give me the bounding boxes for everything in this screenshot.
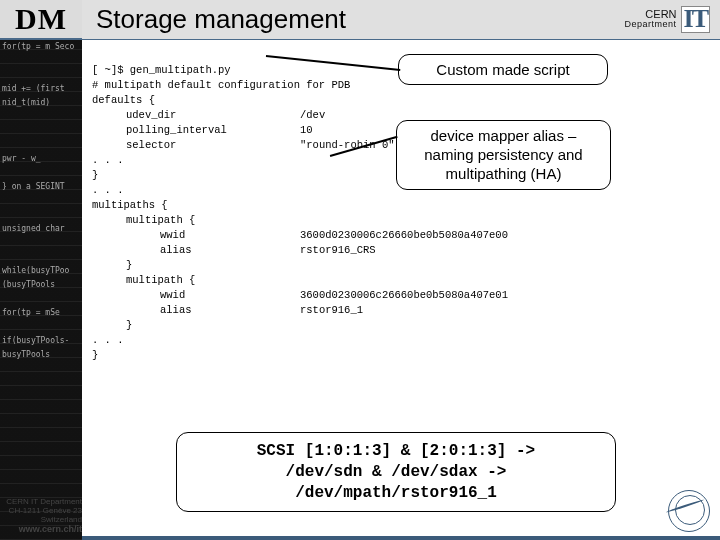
- footer-addr1: CH-1211 Genève 23: [2, 506, 82, 515]
- cmd-line: [ ~]$ gen_multipath.py: [92, 64, 231, 76]
- key: udev_dir: [126, 108, 300, 123]
- kv-row: udev_dir/dev: [92, 109, 325, 121]
- slide-root: for(tp = m Seco mid += (first nid_t(mid)…: [0, 0, 720, 540]
- comment-line: # multipath default configuration for PD…: [92, 79, 350, 91]
- scsi-box: SCSI [1:0:1:3] & [2:0:1:3] -> /dev/sdn &…: [176, 432, 616, 512]
- val: 3600d0230006c26660be0b5080a407e01: [300, 289, 508, 301]
- brace-close: }: [92, 259, 132, 271]
- kv-row: aliasrstor916_CRS: [92, 244, 376, 256]
- val: 3600d0230006c26660be0b5080a407e00: [300, 229, 508, 241]
- key: wwid: [160, 288, 300, 303]
- key: alias: [160, 303, 300, 318]
- key: alias: [160, 243, 300, 258]
- brace-close: }: [92, 319, 132, 331]
- header: Storage management CERN Department IT: [82, 0, 720, 40]
- cern-text: CERN Department: [625, 9, 677, 29]
- footer-url: www.cern.ch/it: [2, 524, 82, 534]
- kv-row: wwid3600d0230006c26660be0b5080a407e01: [92, 289, 508, 301]
- val: /dev: [300, 109, 325, 121]
- val: 10: [300, 124, 313, 136]
- scsi-line2: /dev/sdn & /dev/sdax ->: [187, 462, 605, 483]
- callout-alias: device mapper alias – naming persistency…: [396, 120, 611, 190]
- defaults-open: defaults {: [92, 94, 155, 106]
- dots: . . .: [92, 334, 124, 346]
- cern-emblem-icon: [668, 490, 710, 532]
- page-title: Storage management: [96, 4, 346, 35]
- key: wwid: [160, 228, 300, 243]
- val: rstor916_CRS: [300, 244, 376, 256]
- footer-blue-line: [82, 536, 720, 540]
- key: selector: [126, 138, 300, 153]
- multipath-open: multipath {: [92, 214, 195, 226]
- dm-logo: DM: [0, 0, 82, 40]
- dots: . . .: [92, 154, 124, 166]
- kv-row: polling_interval10: [92, 124, 313, 136]
- cern-lower: Department: [625, 20, 677, 29]
- brace-close: }: [92, 169, 98, 181]
- scsi-line1: SCSI [1:0:1:3] & [2:0:1:3] ->: [187, 441, 605, 462]
- footer-addr2: Switzerland: [2, 515, 82, 524]
- kv-row: wwid3600d0230006c26660be0b5080a407e00: [92, 229, 508, 241]
- sidebar-code-decor: for(tp = m Seco mid += (first nid_t(mid)…: [2, 40, 74, 362]
- multipath-open: multipath {: [92, 274, 195, 286]
- connector-line-2: [330, 155, 400, 165]
- multipaths-open: multipaths {: [92, 199, 168, 211]
- code-block: [ ~]$ gen_multipath.py # multipath defau…: [92, 48, 712, 363]
- connector-line-1: [266, 55, 401, 75]
- cern-it-block: IT: [681, 6, 710, 33]
- footer-dept: CERN IT Department: [2, 497, 82, 506]
- val: rstor916_1: [300, 304, 363, 316]
- footer-left: CERN IT Department CH-1211 Genève 23 Swi…: [2, 497, 82, 534]
- scsi-line3: /dev/mpath/rstor916_1: [187, 483, 605, 504]
- callout-script: Custom made script: [398, 54, 608, 85]
- cern-logo: CERN Department IT: [625, 6, 711, 33]
- brace-close: }: [92, 349, 98, 361]
- dots: . . .: [92, 184, 124, 196]
- kv-row: aliasrstor916_1: [92, 304, 363, 316]
- key: polling_interval: [126, 123, 300, 138]
- sidebar: for(tp = m Seco mid += (first nid_t(mid)…: [0, 0, 82, 540]
